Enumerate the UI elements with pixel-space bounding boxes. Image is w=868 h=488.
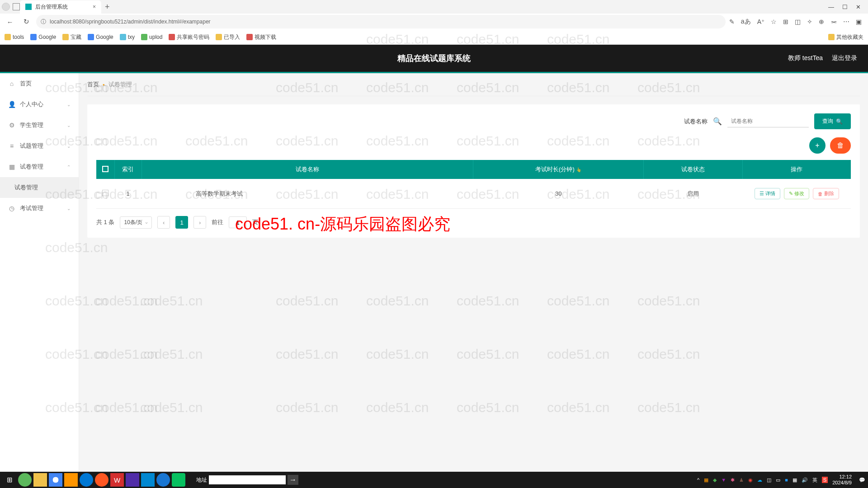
page-number-button[interactable]: 1 [175, 216, 188, 229]
refresh-button[interactable]: ↻ [20, 15, 33, 28]
bookmark-item[interactable]: uplod [141, 34, 162, 40]
tray-icon[interactable]: ✱ [731, 477, 735, 483]
close-icon[interactable]: ✕ [856, 4, 861, 10]
sidebar-item-questions[interactable]: ≡ 试题管理 ⌄ [0, 136, 79, 156]
tray-ime[interactable]: 英 [812, 477, 817, 483]
bookmark-item[interactable]: Google [88, 34, 113, 40]
cloud-icon [120, 34, 126, 40]
bookmark-item[interactable]: 共享账号密码 [169, 33, 209, 41]
taskbar-app[interactable] [156, 473, 170, 487]
delete-button[interactable]: 🗑 删除 [813, 188, 839, 199]
tray-icon[interactable]: ☁ [757, 477, 762, 483]
sidebar-item-exams[interactable]: ◷ 考试管理 ⌄ [0, 198, 79, 219]
jump-suffix: 页 [252, 218, 258, 226]
edit-button[interactable]: ✎ 修改 [784, 188, 809, 199]
next-page-button[interactable]: › [193, 216, 206, 229]
address-bar[interactable]: ⓘ localhost:8080/springbootu521z/admin/d… [36, 15, 726, 28]
split-icon[interactable]: ◫ [795, 18, 801, 25]
tray-icon[interactable]: S [822, 477, 828, 483]
per-page-select[interactable]: 10条/页 ⌄ [120, 216, 152, 229]
maximize-icon[interactable]: ☐ [842, 4, 848, 10]
extensions-icon[interactable]: ⊞ [783, 18, 788, 25]
tab-close-icon[interactable]: × [93, 4, 96, 10]
tray-icon[interactable]: ▦ [793, 477, 797, 483]
more-icon[interactable]: ⋯ [843, 18, 849, 25]
start-button[interactable]: ⊞ [3, 473, 16, 487]
tray-icon[interactable]: ◉ [748, 477, 753, 483]
user-label[interactable]: 教师 testTea [788, 54, 823, 62]
back-button[interactable]: ← [4, 15, 16, 28]
logout-button[interactable]: 退出登录 [832, 54, 857, 62]
jump-page-input[interactable] [229, 216, 247, 228]
bookmark-other[interactable]: 其他收藏夹 [828, 33, 863, 41]
row-checkbox[interactable] [102, 190, 108, 196]
tray-icon[interactable]: ^ [697, 477, 699, 483]
sidebar-item-papers[interactable]: ▦ 试卷管理 ⌃ [0, 156, 79, 177]
text-size-icon[interactable]: A⁺ [757, 18, 764, 25]
content-card: 试卷名称 🔍 查询 🔍 + 🗑 索引 试卷名称 考试时 [87, 104, 860, 238]
sidebar-item-students[interactable]: ⚙ 学生管理 ⌄ [0, 115, 79, 136]
taskbar-app[interactable] [64, 473, 78, 487]
sidebar-subitem-papers[interactable]: 试卷管理 [0, 177, 79, 198]
cell-status: 启用 [644, 179, 742, 209]
taskbar-chrome[interactable] [49, 473, 62, 487]
bulk-delete-button[interactable]: 🗑 [830, 137, 851, 154]
tray-icon[interactable]: ▭ [776, 477, 780, 483]
collections-icon[interactable]: ✧ [807, 18, 812, 25]
minimize-icon[interactable]: — [828, 4, 834, 10]
sidebar-item-home[interactable]: ⌂ 首页 [0, 73, 79, 94]
app-icon[interactable]: ⊕ [819, 18, 824, 25]
bookmark-item[interactable]: 已导入 [216, 33, 240, 41]
taskbar-go-button[interactable]: → [288, 475, 298, 485]
bookmark-item[interactable]: 宝藏 [62, 33, 81, 41]
chevron-down-icon: ⌄ [67, 102, 71, 107]
new-tab-button[interactable]: + [101, 0, 113, 14]
translate-icon[interactable]: aあ [741, 18, 751, 26]
tray-volume-icon[interactable]: 🔊 [802, 477, 808, 483]
link-icon[interactable]: ⫘ [830, 18, 837, 25]
info-icon[interactable]: ⓘ [41, 18, 46, 26]
tray-icon[interactable]: ▼ [721, 477, 726, 483]
edit-icon[interactable]: ✎ [729, 18, 735, 25]
taskbar-address-input[interactable] [209, 475, 286, 484]
workspace-icon[interactable] [13, 3, 20, 10]
notifications-icon[interactable]: 💬 [859, 477, 865, 483]
taskbar-app[interactable] [18, 473, 32, 487]
tray-icon[interactable]: ■ [785, 477, 788, 483]
tray-icon[interactable]: ◫ [767, 477, 771, 483]
sidebar-item-profile[interactable]: 👤 个人中心 ⌄ [0, 94, 79, 115]
bookmark-item[interactable]: txy [120, 34, 135, 40]
folder-icon [5, 34, 11, 40]
profile-avatar[interactable] [2, 3, 10, 11]
checkbox-all[interactable] [102, 166, 108, 172]
bookmark-item[interactable]: Google [30, 34, 56, 40]
tray-icon[interactable]: ♟ [739, 477, 744, 483]
col-duration[interactable]: 考试时长(分钟) 👆 [473, 160, 644, 179]
taskbar-app[interactable] [95, 473, 108, 487]
taskbar-clock[interactable]: 12:12 2024/8/9 [832, 474, 854, 486]
browser-tab[interactable]: 后台管理系统 × [20, 0, 101, 14]
taskbar-app[interactable]: W [110, 473, 124, 487]
search-input[interactable] [727, 115, 809, 127]
breadcrumb-home[interactable]: 首页 [87, 80, 99, 89]
taskbar-app[interactable] [126, 473, 139, 487]
tray-icon[interactable]: ▦ [704, 477, 708, 483]
bookmark-item[interactable]: tools [5, 34, 24, 40]
search-icon: 🔍 [713, 117, 722, 126]
tray-icon[interactable]: ◆ [713, 477, 717, 483]
window-controls: — ☐ ✕ [828, 4, 866, 10]
home-icon: ⌂ [8, 80, 15, 87]
add-button[interactable]: + [809, 137, 826, 154]
taskbar-edge[interactable] [80, 473, 93, 487]
search-button[interactable]: 查询 🔍 [814, 113, 851, 129]
prev-page-button[interactable]: ‹ [157, 216, 170, 229]
detail-button[interactable]: ☰ 详情 [755, 188, 780, 199]
taskbar-app[interactable] [141, 473, 155, 487]
taskbar-explorer[interactable] [33, 473, 47, 487]
favorite-icon[interactable]: ☆ [771, 18, 777, 25]
sidebar-toggle-icon[interactable]: ▣ [856, 18, 862, 25]
taskbar-wechat[interactable] [172, 473, 185, 487]
pagination: 共 1 条 10条/页 ⌄ ‹ 1 › 前往 页 [96, 216, 851, 229]
bookmark-item[interactable]: 视频下载 [246, 33, 276, 41]
list-icon: ≡ [8, 142, 15, 150]
